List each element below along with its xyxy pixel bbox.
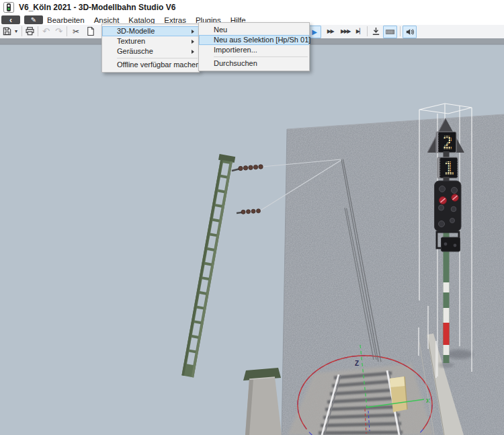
toolbar-separator — [22, 26, 22, 36]
window-title: V6_Köln 2021 - 3D-Modellbahn Studio V6 — [19, 3, 175, 12]
scene-3d: Z x — [0, 38, 504, 435]
toolbar-separator — [367, 26, 368, 36]
download-button[interactable] — [370, 26, 382, 37]
toolbar-separator — [38, 26, 38, 36]
menu-item-neu-aus-selektion[interactable]: Neu aus Selektion [Hp/Sh 01] — [199, 35, 309, 45]
signal-head — [435, 181, 462, 231]
page-icon — [85, 26, 95, 36]
fast-forward-button[interactable]: ▶▶ — [324, 26, 337, 37]
track-grid-button[interactable] — [383, 26, 397, 38]
undo-button[interactable]: ↶ — [40, 26, 52, 37]
menu-item-offline-verfuegbar[interactable]: Offline verfügbar machen — [102, 60, 199, 70]
menu-item-importieren[interactable]: Importieren... — [199, 45, 309, 55]
menu-separator — [214, 56, 308, 57]
caret-down-icon: ▾ — [15, 29, 17, 34]
new-page-button[interactable] — [85, 26, 96, 37]
undo-icon: ↶ — [42, 27, 50, 36]
menu-item-durchsuchen[interactable]: Durchsuchen — [199, 58, 309, 69]
signal-junction-box — [442, 237, 460, 251]
signal-indicator-bottom: 1 — [437, 157, 458, 179]
save-options-button[interactable]: ▾ — [13, 26, 19, 37]
title-bar: V6_Köln 2021 - 3D-Modellbahn Studio V6 — [0, 0, 504, 15]
cut-button[interactable]: ✂ — [70, 26, 82, 37]
speaker-icon — [405, 27, 415, 37]
app-window: { "window": { "title": "V6_Köln 2021 - 3… — [0, 0, 504, 435]
download-icon — [371, 26, 381, 36]
menu-item-texturen[interactable]: Texturen — [102, 36, 199, 46]
menu-katalog[interactable]: Katalog — [128, 16, 155, 24]
back-icon: ‹ — [9, 16, 12, 24]
menu-item-geraeusche[interactable]: Geräusche — [102, 46, 199, 56]
menu-item-neu[interactable]: Neu — [199, 25, 309, 35]
print-icon — [25, 26, 35, 36]
app-logo-icon — [3, 2, 14, 13]
skip-to-end-button[interactable]: ▶▏ — [354, 26, 365, 37]
toolbar-separator — [400, 26, 401, 36]
fast-forward-3x-button[interactable]: ▶▶▶ — [337, 26, 353, 37]
signal-indicator-top: 2 — [436, 132, 456, 153]
submenu-arrow-icon — [192, 40, 194, 44]
viewport-3d[interactable]: Z x — [0, 38, 504, 435]
redo-button[interactable]: ↷ — [53, 26, 65, 37]
signal-pole-shadow — [438, 362, 454, 368]
back-button[interactable]: ‹ — [1, 15, 20, 24]
katalog-dropdown-menu: 3D-Modelle Texturen Geräusche Offline ve… — [101, 24, 200, 73]
submenu-arrow-icon — [192, 50, 194, 54]
menu-separator — [117, 58, 198, 58]
save-icon — [2, 26, 12, 36]
gizmo-z-label: Z — [355, 360, 359, 367]
scissors-icon: ✂ — [73, 28, 79, 36]
sound-button[interactable] — [403, 26, 417, 38]
pencil-icon: ✎ — [31, 17, 36, 24]
edit-mode-button[interactable]: ✎ — [24, 15, 43, 24]
print-button[interactable] — [24, 26, 36, 37]
save-button[interactable] — [1, 26, 13, 37]
rails-icon — [385, 27, 395, 37]
fast-forward-icon: ▶▶ — [327, 29, 333, 34]
menu-item-3d-modelle[interactable]: 3D-Modelle — [102, 26, 199, 36]
modelle-submenu: Neu Neu aus Selektion [Hp/Sh 01] Importi… — [198, 22, 310, 71]
skip-to-end-icon: ▶▏ — [356, 29, 363, 34]
redo-icon: ↷ — [55, 27, 62, 36]
play-icon: ▶ — [312, 29, 317, 36]
menu-extras[interactable]: Extras — [164, 16, 186, 24]
submenu-arrow-icon — [192, 30, 194, 34]
toolbar-separator — [67, 26, 67, 36]
menu-bearbeiten[interactable]: Bearbeiten — [47, 16, 85, 24]
signal-shadow — [446, 350, 473, 359]
menu-ansicht[interactable]: Ansicht — [94, 16, 120, 24]
fast-forward-3x-icon: ▶▶▶ — [341, 29, 350, 34]
